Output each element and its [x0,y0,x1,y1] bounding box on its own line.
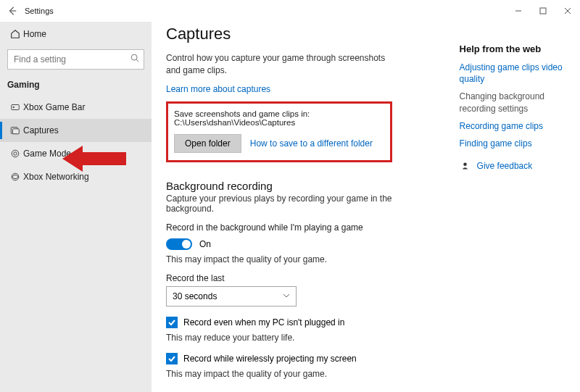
checkbox-projecting-label: Record while wirelessly projecting my sc… [183,354,357,364]
svg-point-13 [14,152,17,155]
sidebar-item-captures[interactable]: Captures [0,119,152,142]
feedback-label: Give feedback [477,161,533,171]
main-content: Captures Control how you capture your ga… [166,22,442,392]
record-last-value: 30 seconds [173,291,217,301]
bg-quality-note: This may impact the quality of your game… [166,254,442,264]
back-button[interactable] [4,3,20,19]
svg-rect-7 [12,105,20,110]
background-record-toggle[interactable] [166,238,192,250]
svg-point-5 [131,54,137,60]
window-title: Settings [25,7,54,15]
open-folder-button[interactable]: Open folder [174,134,241,153]
svg-rect-2 [540,8,546,14]
battery-note: This may reduce your battery life. [166,333,442,343]
sidebar-item-label: Captures [23,125,59,135]
networking-icon [7,172,23,182]
home-label: Home [23,29,46,39]
help-link-adjust-quality[interactable]: Adjusting game clips video quality [460,62,567,85]
help-link-finding-clips[interactable]: Finding game clips [460,138,567,149]
sidebar-section-header: Gaming [7,80,144,90]
close-button[interactable] [555,0,580,22]
close-icon [564,7,571,14]
checkmark-icon [167,318,176,327]
sidebar-item-xbox-networking[interactable]: Xbox Networking [7,165,144,188]
checkbox-record-projecting[interactable] [166,353,178,364]
gamebar-icon [7,102,23,112]
title-bar: Settings [0,0,580,22]
feedback-icon [460,162,473,170]
record-last-select[interactable]: 30 seconds [166,286,297,306]
sidebar-item-xbox-game-bar[interactable]: Xbox Game Bar [7,96,144,119]
sidebar-item-label: Xbox Networking [23,172,89,182]
background-recording-desc: Capture your previous plays by recording… [166,193,442,214]
save-path-text: Save screenshots and game clips in: C:\U… [174,109,383,127]
record-last-label: Record the last [166,273,442,283]
checkbox-record-unplugged[interactable] [166,317,178,328]
search-icon [130,53,140,65]
search-input[interactable] [7,49,144,70]
sidebar: Home Gaming Xbox Game Bar Captures Game … [0,22,152,392]
svg-point-12 [12,150,19,157]
help-aside: Help from the web Adjusting game clips v… [460,22,567,392]
projecting-note: This may impact the quality of your game… [166,369,442,379]
svg-point-14 [12,173,19,180]
maximize-button[interactable] [531,0,555,22]
checkbox-unplugged-label: Record even when my PC isn't plugged in [183,317,344,328]
svg-line-6 [136,59,138,62]
sidebar-item-label: Game Mode [23,149,71,159]
help-text-changing-bg: Changing background recording settings [460,91,567,114]
sidebar-item-label: Xbox Game Bar [23,102,85,112]
background-recording-heading: Background recording [166,180,442,192]
window-controls [506,0,580,22]
help-link-recording-clips[interactable]: Recording game clips [460,120,567,132]
page-title: Captures [166,25,442,43]
chevron-down-icon [283,291,290,301]
svg-point-16 [463,163,467,167]
save-location-block: Save screenshots and game clips in: C:\U… [166,101,392,162]
home-icon [7,29,23,39]
search-wrap [7,49,144,70]
minimize-icon [515,7,522,14]
give-feedback-link[interactable]: Give feedback [460,161,567,171]
svg-rect-11 [13,129,20,134]
page-description: Control how you capture your game throug… [166,52,391,77]
minimize-button[interactable] [506,0,531,22]
how-to-save-link[interactable]: How to save to a different folder [250,138,373,149]
home-nav[interactable]: Home [7,22,144,46]
back-arrow-icon [7,6,17,16]
help-heading: Help from the web [460,43,567,54]
sidebar-item-game-mode[interactable]: Game Mode [7,142,144,165]
bg-toggle-caption: Record in the background while I'm playi… [166,222,442,233]
toggle-state-text: On [199,239,211,249]
checkmark-icon [167,354,176,363]
maximize-icon [539,7,547,14]
gamemode-icon [7,149,23,159]
learn-more-link[interactable]: Learn more about captures [166,84,442,94]
captures-icon [7,125,23,135]
